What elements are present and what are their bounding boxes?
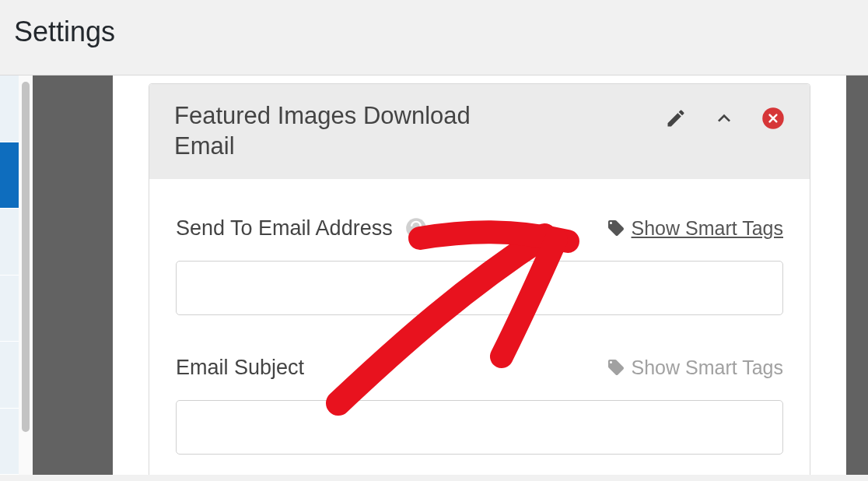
dark-gutter-left [33, 75, 113, 475]
subject-label: Email Subject [176, 356, 304, 380]
panel-title: Featured Images Download Email [174, 101, 501, 162]
layout: Featured Images Download Email [0, 75, 868, 475]
sidebar-item-active[interactable] [0, 142, 19, 209]
field-label-wrap: Send To Email Address [176, 216, 427, 240]
scrollbar-track[interactable] [19, 75, 33, 475]
sidebar [0, 75, 19, 475]
scrollbar-thumb[interactable] [22, 82, 30, 432]
main-content: Featured Images Download Email [113, 75, 846, 475]
send-to-label: Send To Email Address [176, 216, 393, 240]
field-row: Email Subject Show Smart Tags [176, 356, 783, 380]
page-title: Settings [14, 16, 854, 48]
panel-body: Send To Email Address [149, 179, 810, 455]
sidebar-item[interactable] [0, 209, 19, 276]
field-row: Send To Email Address [176, 216, 783, 240]
sidebar-item[interactable] [0, 75, 19, 142]
notification-panel: Featured Images Download Email [149, 83, 810, 475]
field-label-wrap: Email Subject [176, 356, 304, 380]
show-smart-tags-link-inactive[interactable]: Show Smart Tags [607, 356, 783, 379]
help-circle-icon[interactable] [405, 217, 427, 239]
show-smart-tags-link[interactable]: Show Smart Tags [607, 217, 783, 240]
panel-header: Featured Images Download Email [149, 84, 810, 179]
field-group-subject: Email Subject Show Smart Tags [176, 356, 783, 455]
sidebar-item[interactable] [0, 342, 19, 409]
panel-actions [665, 101, 785, 131]
chevron-up-icon[interactable] [712, 106, 737, 131]
smart-tags-label: Show Smart Tags [632, 217, 783, 240]
subject-input[interactable] [176, 400, 783, 455]
sidebar-item[interactable] [0, 409, 19, 476]
dark-gutter-right [846, 75, 868, 475]
page-header: Settings [0, 0, 868, 75]
smart-tags-label: Show Smart Tags [632, 356, 783, 379]
send-to-input[interactable] [176, 261, 783, 315]
close-circle-icon[interactable] [761, 107, 785, 130]
field-group-send-to: Send To Email Address [176, 216, 783, 315]
edit-icon[interactable] [665, 107, 687, 129]
sidebar-item[interactable] [0, 276, 19, 342]
